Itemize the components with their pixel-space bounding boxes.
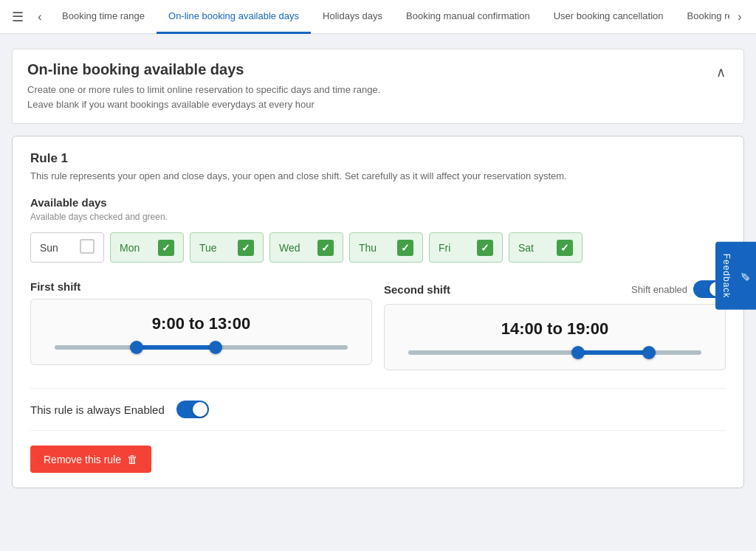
feedback-tab[interactable]: ✎ Feedback <box>715 241 756 310</box>
collapse-button[interactable]: ∧ <box>713 61 729 83</box>
nav-tab[interactable]: Booking time range <box>50 0 157 34</box>
checkmark-green-icon: ✓ <box>238 240 254 256</box>
day-chip[interactable]: Wed✓ <box>269 232 343 263</box>
days-row: SunMon✓Tue✓Wed✓Thu✓Fri✓Sat✓ <box>30 232 726 263</box>
first-shift-slider[interactable] <box>55 345 348 350</box>
checkmark-checked-icon: ✓ <box>317 240 334 256</box>
day-chip[interactable]: Fri✓ <box>429 232 503 263</box>
first-shift-time: 9:00 to 13:00 <box>49 314 354 333</box>
checkmark-checked-icon: ✓ <box>557 240 573 256</box>
day-label: Fri <box>439 242 450 254</box>
page-description-line1: Create one or more rules to limit online… <box>27 83 380 97</box>
section-header: On-line booking available days Create on… <box>12 49 744 124</box>
available-days-sublabel: Available days checked and green. <box>30 212 726 222</box>
day-label: Wed <box>279 242 300 254</box>
nav-tab[interactable]: Booking manual confirmation <box>394 0 542 34</box>
day-chip[interactable]: Sun <box>30 232 104 263</box>
day-chip[interactable]: Tue✓ <box>190 232 264 263</box>
checkmark-green-icon: ✓ <box>477 240 493 256</box>
checkmark-checked-icon: ✓ <box>397 240 413 256</box>
day-label: Sun <box>40 242 58 254</box>
checkmark-green-icon: ✓ <box>158 240 174 256</box>
remove-rule-button[interactable]: Remove this rule 🗑 <box>30 446 151 473</box>
always-enabled-label: This rule is always Enabled <box>30 403 165 416</box>
first-shift-panel: 9:00 to 13:00 <box>30 299 372 365</box>
nav-tabs: Booking time rangeOn-line booking availa… <box>50 0 729 34</box>
day-chip[interactable]: Sat✓ <box>509 232 583 263</box>
day-label: Sat <box>518 242 534 254</box>
second-shift-time: 14:00 to 19:00 <box>402 319 707 339</box>
first-shift-header: First shift <box>30 280 372 293</box>
hamburger-menu-icon[interactable]: ☰ <box>6 5 30 29</box>
nav-back-arrow-icon[interactable]: ‹ <box>30 7 50 27</box>
checkmark-unchecked-icon <box>80 239 94 256</box>
second-shift-label: Second shift <box>384 283 450 296</box>
second-shift-header: Second shift Shift enabled <box>384 280 726 298</box>
shifts-row: First shift 9:00 to 13:00 Second shift <box>30 280 726 370</box>
second-shift-block: Second shift Shift enabled 14:00 to 19:0… <box>384 280 726 370</box>
always-enabled-toggle[interactable] <box>176 401 209 418</box>
second-shift-panel: 14:00 to 19:00 <box>384 304 726 370</box>
rule-card: Rule 1 This rule represents your open an… <box>12 136 744 488</box>
checkmark-green-icon: ✓ <box>317 240 334 256</box>
checkmark-checked-icon: ✓ <box>238 240 254 256</box>
page-content: On-line booking available days Create on… <box>0 34 756 551</box>
day-chip[interactable]: Mon✓ <box>110 232 184 263</box>
rule-title: Rule 1 <box>30 151 726 166</box>
second-shift-slider[interactable] <box>408 350 701 355</box>
checkmark-box-icon <box>80 239 94 254</box>
top-navigation: ☰ ‹ Booking time rangeOn-line booking av… <box>0 0 756 34</box>
day-label: Thu <box>359 242 377 254</box>
page-description-line2: Leave blank if you want bookings availab… <box>27 97 380 112</box>
rule-description: This rule represents your open and close… <box>30 170 726 181</box>
nav-tab[interactable]: On-line booking available days <box>157 0 311 34</box>
nav-forward-arrow-icon[interactable]: › <box>729 7 750 27</box>
first-shift-block: First shift 9:00 to 13:00 <box>30 280 372 370</box>
day-label: Mon <box>120 242 140 254</box>
trash-icon: 🗑 <box>127 453 138 465</box>
feedback-label: Feedback <box>721 253 732 298</box>
feedback-icon: ✎ <box>738 268 752 283</box>
nav-tab[interactable]: Booking rescheduling <box>676 0 729 34</box>
nav-tab[interactable]: Holidays days <box>311 0 394 34</box>
always-enabled-toggle-knob <box>193 402 207 417</box>
checkmark-checked-icon: ✓ <box>477 240 493 256</box>
checkmark-green-icon: ✓ <box>557 240 573 256</box>
day-label: Tue <box>199 242 217 254</box>
shift-enabled-label: Shift enabled <box>631 284 687 295</box>
always-enabled-row: This rule is always Enabled <box>30 388 726 431</box>
checkmark-green-icon: ✓ <box>397 240 413 256</box>
checkmark-checked-icon: ✓ <box>158 240 174 256</box>
page-title: On-line booking available days <box>27 61 380 78</box>
day-chip[interactable]: Thu✓ <box>349 232 423 263</box>
first-shift-label: First shift <box>30 280 80 293</box>
nav-tab[interactable]: User booking cancellation <box>542 0 676 34</box>
remove-rule-label: Remove this rule <box>44 454 121 465</box>
available-days-label: Available days <box>30 196 726 209</box>
